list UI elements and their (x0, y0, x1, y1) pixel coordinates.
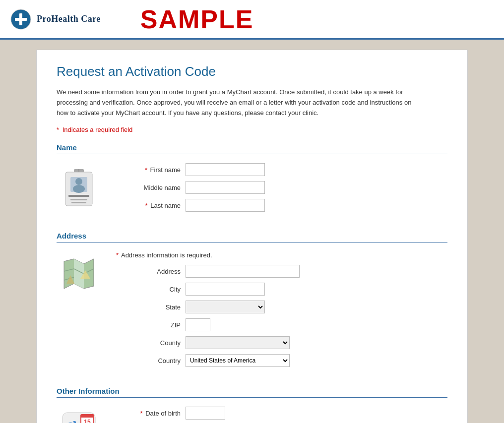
id-badge-icon (62, 168, 96, 208)
address-fields: * Address information is required. Addre… (116, 251, 447, 372)
address-input[interactable] (186, 265, 300, 278)
country-label: Country (116, 357, 181, 364)
other-info-section-header: Other Information (57, 387, 447, 398)
page-title: Request an Activation Code (57, 64, 447, 79)
zip-row: ZIP (116, 318, 447, 331)
address-required-note: * Address information is required. (116, 251, 447, 259)
map-icon (62, 256, 96, 291)
last-name-input[interactable] (186, 199, 265, 212)
required-asterisk: * (57, 126, 59, 133)
svg-text:15: 15 (84, 419, 91, 423)
req-asterisk: * (145, 202, 148, 209)
first-name-input[interactable] (186, 163, 265, 176)
other-info-section-body: 15 @ (57, 407, 447, 423)
sample-watermark: SAMPLE (140, 4, 254, 34)
name-section-icon (57, 163, 101, 217)
address-section-body: * Address information is required. Addre… (57, 251, 447, 372)
name-section-header: Name (57, 143, 447, 154)
main-wrapper: Request an Activation Code We need some … (0, 40, 504, 423)
last-name-row: * Last name (116, 199, 447, 212)
county-select[interactable] (186, 336, 290, 349)
address-row: Address (116, 265, 447, 278)
address-label: Address (116, 268, 181, 275)
county-label: County (116, 339, 181, 347)
logo-text: ProHealth Care (37, 14, 101, 24)
logo-area: ProHealth Care (10, 8, 101, 30)
req-asterisk: * (140, 410, 142, 417)
first-name-row: * First name (116, 163, 447, 176)
city-row: City (116, 283, 447, 296)
first-name-label: * First name (116, 166, 181, 174)
svg-point-7 (75, 178, 82, 185)
city-input[interactable] (186, 283, 265, 296)
intro-text: We need some information from you in ord… (57, 87, 414, 118)
svg-rect-11 (71, 202, 86, 203)
name-section-body: * First name Middle name * Last name (57, 163, 447, 217)
address-section-header: Address (57, 232, 447, 242)
svg-rect-10 (70, 199, 87, 200)
other-info-fields: * Date of birth * Social Security number… (116, 407, 447, 423)
name-fields: * First name Middle name * Last name (116, 163, 447, 217)
dob-input[interactable] (186, 407, 225, 420)
form-container: Request an Activation Code We need some … (36, 50, 468, 423)
state-row: State AL WI (116, 301, 447, 313)
state-label: State (116, 303, 181, 311)
svg-point-8 (73, 185, 85, 193)
req-asterisk: * (116, 251, 119, 259)
contact-icon: 15 @ (62, 412, 96, 423)
country-select[interactable]: United States of America (186, 354, 290, 367)
middle-name-input[interactable] (186, 181, 265, 194)
address-section-icon (57, 251, 101, 372)
city-label: City (116, 286, 181, 293)
dob-row: * Date of birth (116, 407, 447, 420)
svg-rect-9 (68, 195, 89, 197)
req-asterisk: * (145, 166, 147, 174)
other-info-section-icon: 15 @ (57, 407, 101, 423)
zip-input[interactable] (186, 318, 210, 331)
page-header: ProHealth Care SAMPLE (0, 0, 504, 40)
last-name-label: * Last name (116, 202, 181, 209)
zip-label: ZIP (116, 321, 181, 329)
country-row: Country United States of America (116, 354, 447, 367)
svg-rect-2 (19, 13, 22, 25)
required-note: * Indicates a required field (57, 126, 447, 133)
county-row: County (116, 336, 447, 349)
svg-marker-13 (74, 259, 84, 289)
state-select[interactable]: AL WI (186, 301, 265, 313)
middle-name-row: Middle name (116, 181, 447, 194)
dob-label: * Date of birth (116, 410, 181, 417)
middle-name-label: Middle name (116, 184, 181, 191)
logo-icon (10, 8, 32, 30)
